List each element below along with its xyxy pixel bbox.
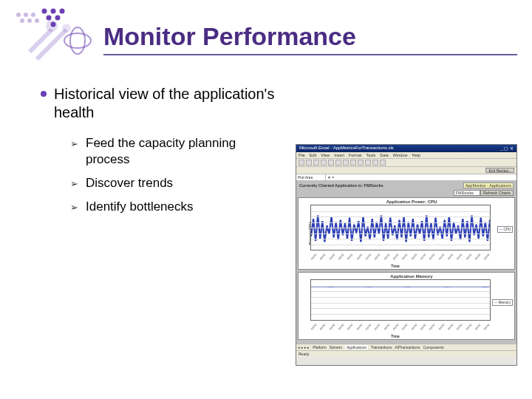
svg-point-1 (24, 13, 28, 17)
svg-point-0 (16, 13, 21, 17)
svg-point-14 (64, 33, 91, 48)
application-dropdown[interactable]: FMStocks (454, 190, 480, 196)
menu-bar: File Edit View Insert Format Tools Data … (296, 152, 516, 159)
memory-chart-plot (310, 279, 491, 321)
currently-charted-label: Currently Charted Application is: (299, 183, 363, 188)
appmonitor-label: AppMonitor - Applications (463, 183, 514, 188)
memory-chart: Application Memory Memory KBytes — Memor… (298, 272, 515, 340)
arrow-icon: ➢ (70, 138, 78, 149)
menu-item[interactable]: View (321, 153, 330, 157)
slide-title: Monitor Performance (103, 22, 517, 51)
formula-bar: Plot Area ▼ = (296, 174, 516, 181)
end-review-button[interactable]: End Review... (485, 168, 514, 173)
window-controls: _ ▢ ✕ (500, 146, 514, 151)
cpu-chart-plot (310, 205, 491, 250)
arrow-icon: ➢ (70, 202, 78, 213)
menu-item[interactable]: Insert (334, 153, 344, 157)
main-bullet: Historical view of the application's hea… (41, 85, 277, 122)
status-text: Ready (299, 352, 309, 356)
toolbar-secondary: End Review... (296, 167, 516, 174)
svg-point-13 (51, 22, 56, 27)
slide-title-bar: Monitor Performance (103, 22, 517, 58)
bullet-dot-icon (41, 91, 47, 97)
toolbar-button[interactable] (372, 160, 378, 166)
sub-bullet-list: ➢ Feed the capacity planning process ➢ D… (70, 135, 277, 215)
charts-worksheet: Currently Charted Application is: FMStoc… (296, 181, 516, 344)
menu-item[interactable]: File (299, 153, 305, 157)
x-axis-label: Time (299, 334, 492, 338)
x-axis-label: Time (299, 264, 492, 268)
menu-item[interactable]: Help (412, 153, 420, 157)
svg-point-9 (51, 9, 56, 14)
toolbar-button[interactable] (321, 160, 327, 166)
sheet-tab[interactable]: AllTransactions (395, 345, 420, 349)
svg-point-4 (27, 18, 32, 23)
menu-item[interactable]: Window (393, 153, 408, 157)
chart-legend: — Memory (492, 299, 513, 306)
svg-point-3 (20, 18, 24, 23)
svg-point-2 (31, 13, 35, 17)
menu-item[interactable]: Data (380, 153, 389, 157)
toolbar-button[interactable] (299, 160, 304, 166)
logo-decoration (7, 7, 118, 66)
sheet-tab-active[interactable]: Applications (345, 345, 368, 349)
toolbar (296, 159, 516, 167)
toolbar-button[interactable] (306, 160, 312, 166)
menu-item[interactable]: Edit (310, 153, 316, 157)
chart-legend: — CPU (497, 226, 513, 233)
status-bar: Ready (296, 350, 516, 357)
arrow-icon: ➢ (70, 178, 78, 189)
toolbar-button[interactable] (365, 160, 371, 166)
sub-bullet-text: Feed the capacity planning process (86, 135, 277, 168)
sheet-tabs: ◂ ◂ ▸ ▸ Platform Servers Applications Tr… (296, 344, 516, 350)
svg-point-15 (70, 27, 85, 54)
refresh-charts-button[interactable]: Refresh Charts (480, 190, 514, 196)
sheet-tab[interactable]: Transactions (371, 345, 392, 349)
sub-bullet-text: Identify bottlenecks (86, 199, 194, 215)
sheet-tab[interactable]: Components (423, 345, 443, 349)
menu-item[interactable]: Tools (366, 153, 375, 157)
menu-item[interactable]: Format (349, 153, 361, 157)
window-title: Microsoft Excel - AppMetricsForTransacti… (299, 146, 394, 151)
sub-bullet: ➢ Feed the capacity planning process (70, 135, 277, 168)
sheet-tab[interactable]: Platform (313, 345, 327, 349)
chart-title: Application Memory (310, 274, 513, 279)
bullet-content: Historical view of the application's hea… (41, 85, 277, 222)
toolbar-button[interactable] (380, 160, 386, 166)
toolbar-button[interactable] (358, 160, 364, 166)
toolbar-button[interactable] (350, 160, 356, 166)
sheet-tab[interactable]: Servers (330, 345, 342, 349)
svg-point-10 (60, 9, 65, 14)
currently-charted-value: FMStocks (364, 183, 383, 188)
window-titlebar: Microsoft Excel - AppMetricsForTransacti… (296, 145, 516, 152)
title-underline (103, 54, 517, 55)
chart-header-row: Currently Charted Application is: FMStoc… (298, 183, 515, 190)
excel-screenshot: Microsoft Excel - AppMetricsForTransacti… (296, 144, 517, 366)
svg-point-12 (55, 16, 61, 21)
svg-point-11 (47, 16, 52, 21)
sub-bullet: ➢ Identify bottlenecks (70, 199, 277, 215)
toolbar-button[interactable] (335, 160, 341, 166)
sub-bullet: ➢ Discover trends (70, 175, 277, 191)
sub-bullet-text: Discover trends (86, 175, 173, 191)
svg-point-5 (35, 18, 39, 23)
cpu-chart: Application Power: CPU Percent CPU — CPU… (298, 197, 515, 270)
chart-title: Application Power: CPU (310, 200, 513, 204)
toolbar-button[interactable] (343, 160, 349, 166)
toolbar-button[interactable] (313, 160, 319, 166)
toolbar-button[interactable] (328, 160, 334, 166)
name-box[interactable]: Plot Area (296, 174, 326, 180)
main-bullet-text: Historical view of the application's hea… (54, 85, 277, 122)
svg-point-8 (42, 9, 47, 14)
